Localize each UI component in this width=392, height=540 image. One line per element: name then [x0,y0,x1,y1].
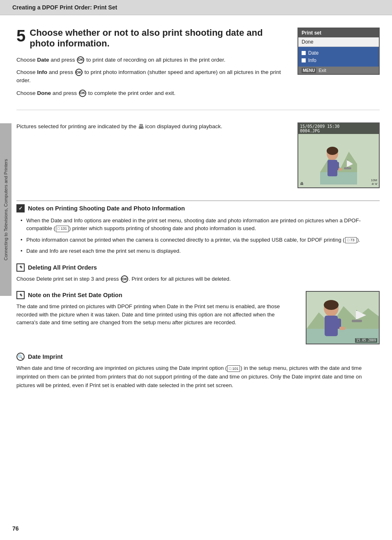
date-checkbox [302,51,306,55]
note-icon: ✓ [16,204,25,212]
playback-section: Pictures selected for printing are indic… [16,122,380,188]
camera-ui-option-date: Date [302,49,376,57]
section-5: 5 Choose whether or not to also print sh… [16,28,380,110]
deleting-section: ✎ Deleting All Print Orders Choose Delet… [16,263,380,283]
deleting-body: Choose Delete print set in step 3 and pr… [16,275,380,283]
svg-rect-21 [339,327,345,330]
step-body: Choose Date and press OK to print date o… [16,56,281,97]
step-para3: Choose Done and press OK to complete the… [16,89,281,97]
camera-print-set-menu: Print set Done Date Info MENU Exit [297,28,380,75]
section-5-ui: Print set Done Date Info MENU Exit [289,28,380,102]
camera-ui-options: Date Info [298,47,379,67]
note-bullet-2: Photo information cannot be printed when… [21,236,380,244]
svg-rect-19 [325,316,338,336]
sidebar-tab: Connecting to Televisions, Computers and… [0,123,12,296]
date-option-section: ✎ Note on the Print Set Date Option The … [16,291,380,344]
date-imprint-body: When date and time of recording are impr… [16,364,380,390]
step-number: 5 [16,28,25,44]
section-5-text: 5 Choose whether or not to also print sh… [16,28,281,102]
notes-section: ✓ Notes on Printing Shooting Date and Ph… [16,201,380,255]
sidebar-label-text: Connecting to Televisions, Computers and… [3,159,8,261]
svg-rect-2 [320,172,357,185]
notes-heading: ✓ Notes on Printing Shooting Date and Ph… [16,201,380,212]
svg-point-18 [324,300,339,310]
camera-screen-body [298,134,379,188]
screen-icons: 🖶 [300,182,304,186]
camera-ui-title: Print set [298,28,379,37]
camera-ui-option-info: Info [302,57,376,64]
date-option-image: 15.05.2009 [306,291,380,344]
deleting-heading: ✎ Deleting All Print Orders [16,263,380,272]
page-title: Creating a DPOF Print Order: Print Set [12,4,117,11]
edit-icon-2: ✎ [16,291,25,299]
playback-text: Pictures selected for printing are indic… [16,122,289,131]
page-number: 76 [12,525,19,532]
small-screen-footer: 15.05.2009 [355,338,377,343]
note-bullet-3: Date and Info are reset each time the pr… [21,247,380,255]
date-option-text: ✎ Note on the Print Set Date Option The … [16,291,297,327]
edit-icon: ✎ [16,263,25,272]
notes-list: When the Date and Info options are enabl… [16,217,380,255]
step-para2: Choose Info and press OK to print photo … [16,68,281,85]
screen-info: 10M 4⁄ 4⁄ [371,178,377,186]
small-screen-illustration [307,292,379,344]
camera-screen: 15/05/2009 15:30 0004.JPG [297,122,380,188]
print-icon: 🖶 [138,122,144,131]
main-content: 5 Choose whether or not to also print sh… [0,15,392,411]
small-camera-screen: 15.05.2009 [306,291,380,344]
search-icon: 🔍 [16,353,25,361]
page-header: Creating a DPOF Print Order: Print Set [0,0,392,15]
date-imprint-section: 🔍 Date Imprint When date and time of rec… [16,353,380,390]
camera-ui-footer: MENU Exit [298,67,379,74]
date-imprint-heading: 🔍 Date Imprint [16,353,380,361]
svg-point-7 [327,147,338,155]
svg-rect-10 [338,168,342,171]
date-option-body: The date and time printed on pictures wi… [16,302,297,327]
svg-rect-16 [352,320,362,322]
step-heading: 5 Choose whether or not to also print sh… [16,28,281,49]
camera-screen-header: 15/05/2009 15:30 0004.JPG [298,123,379,134]
note-bullet-1: When the Date and Info options are enabl… [21,217,380,233]
step-para1: Choose Date and press OK to print date o… [16,56,281,64]
date-option-heading: ✎ Note on the Print Set Date Option [16,291,297,299]
step-heading-text: Choose whether or not to also print shoo… [30,28,263,48]
svg-rect-5 [344,167,351,169]
playback-image: 15/05/2009 15:30 0004.JPG [297,122,380,188]
person-illustration [320,139,357,185]
camera-ui-done: Done [298,37,379,47]
info-checkbox [302,58,306,62]
